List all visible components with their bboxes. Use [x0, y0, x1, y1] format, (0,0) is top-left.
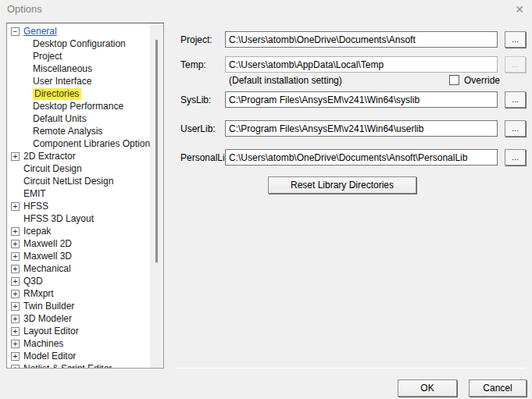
tree-scrollbar-track[interactable] — [150, 23, 163, 368]
tree-item-label: Mechanical — [23, 263, 71, 274]
syslib-label: SysLib: — [180, 94, 211, 105]
tree-item-q3d[interactable]: +Q3D — [7, 275, 163, 287]
tree-item-label: Maxwell 3D — [23, 251, 72, 262]
tree-item-icepak[interactable]: +Icepak — [7, 225, 163, 237]
tree-item-label: User Interface — [33, 76, 91, 87]
expand-icon[interactable]: + — [11, 315, 20, 323]
tree-item-miscellaneous[interactable]: Miscellaneous — [7, 62, 163, 75]
tree-item-label: 2D Extractor — [23, 151, 76, 162]
tree-item-2d-extractor[interactable]: +2D Extractor — [7, 150, 163, 162]
tree-item-twin-builder[interactable]: +Twin Builder — [7, 300, 163, 312]
tree-item-label: Desktop Performance — [33, 101, 123, 112]
project-browse-button[interactable]: ... — [505, 31, 526, 48]
tree-item-label: General — [23, 26, 57, 37]
tree-item-label: Netlist & Script Editor — [23, 363, 112, 369]
expand-icon[interactable]: + — [11, 252, 20, 261]
tree-item-circuit-netlist-design[interactable]: Circuit NetList Design — [7, 175, 163, 187]
tree-item-label: Icepak — [23, 226, 51, 237]
override-label: Override — [464, 75, 500, 86]
tree-item-desktop-performance[interactable]: Desktop Performance — [7, 100, 163, 112]
tree-item-label: Circuit Design — [23, 163, 82, 174]
tree-item-label: RMxprt — [23, 288, 54, 299]
expand-icon[interactable]: + — [11, 302, 20, 311]
tree-item-circuit-design[interactable]: Circuit Design — [7, 162, 163, 175]
tree-item-hfss-3d-layout[interactable]: HFSS 3D Layout — [7, 212, 163, 225]
temp-default-note: (Default installation setting) — [229, 75, 342, 86]
syslib-browse-button[interactable]: ... — [505, 91, 526, 108]
tree-item-label: Twin Builder — [23, 301, 74, 312]
footer-separator — [177, 368, 526, 369]
tree-item-hfss[interactable]: +HFSS — [7, 200, 163, 212]
tree-item-label: Default Units — [33, 113, 87, 124]
expand-icon[interactable]: + — [11, 352, 20, 361]
tree-item-label: Directories — [33, 88, 81, 100]
tree-item-general[interactable]: −General — [7, 25, 163, 37]
expand-icon[interactable]: + — [11, 202, 20, 211]
expand-icon[interactable]: + — [11, 365, 20, 369]
tree-item-desktop-configuration[interactable]: Desktop Configuration — [7, 37, 163, 50]
collapse-icon[interactable]: − — [11, 27, 20, 36]
tree-item-3d-modeler[interactable]: +3D Modeler — [7, 312, 163, 325]
tree-rows: −GeneralDesktop ConfigurationProjectMisc… — [7, 25, 163, 369]
userlib-path-input[interactable] — [225, 120, 498, 137]
expand-icon[interactable]: + — [11, 277, 20, 286]
tree-item-model-editor[interactable]: +Model Editor — [7, 350, 163, 362]
project-label: Project: — [180, 34, 212, 45]
override-checkbox[interactable] — [449, 75, 459, 85]
temp-path-input — [225, 56, 498, 73]
userlib-browse-button[interactable]: ... — [505, 120, 526, 137]
tree-item-emit[interactable]: EMIT — [7, 187, 163, 200]
tree-item-mechanical[interactable]: +Mechanical — [7, 262, 163, 275]
cancel-button[interactable]: Cancel — [469, 379, 527, 397]
tree-item-label: Q3D — [23, 276, 43, 287]
tree-item-layout-editor[interactable]: +Layout Editor — [7, 325, 163, 337]
tree-item-label: Component Libraries Options — [33, 138, 155, 149]
options-category-tree: −GeneralDesktop ConfigurationProjectMisc… — [6, 23, 164, 369]
tree-item-default-units[interactable]: Default Units — [7, 112, 163, 125]
tree-item-label: 3D Modeler — [23, 313, 72, 324]
expand-icon[interactable]: + — [11, 290, 20, 298]
tree-item-maxwell-3d[interactable]: +Maxwell 3D — [7, 250, 163, 262]
tree-item-label: HFSS 3D Layout — [23, 213, 94, 224]
tree-item-maxwell-2d[interactable]: +Maxwell 2D — [7, 237, 163, 250]
tree-item-project[interactable]: Project — [7, 50, 163, 62]
tree-item-label: Maxwell 2D — [23, 238, 72, 249]
project-path-input[interactable] — [225, 31, 498, 48]
tree-item-label: HFSS — [23, 201, 48, 212]
tree-item-label: Project — [33, 51, 62, 62]
temp-label: Temp: — [180, 59, 206, 70]
expand-icon[interactable]: + — [11, 340, 20, 348]
tree-item-remote-analysis[interactable]: Remote Analysis — [7, 125, 163, 137]
tree-item-user-interface[interactable]: User Interface — [7, 75, 163, 87]
expand-icon[interactable]: + — [11, 227, 20, 236]
personallib-browse-button[interactable]: ... — [505, 149, 526, 166]
tree-item-machines[interactable]: +Machines — [7, 337, 163, 350]
tree-item-label: Layout Editor — [23, 326, 79, 337]
tree-item-component-libraries-options[interactable]: Component Libraries Options — [7, 137, 163, 150]
syslib-path-input[interactable] — [225, 91, 498, 108]
expand-icon[interactable]: + — [11, 265, 20, 273]
options-dialog: Options ✕ −GeneralDesktop ConfigurationP… — [0, 0, 532, 399]
tree-item-label: Desktop Configuration — [33, 38, 126, 49]
expand-icon[interactable]: + — [11, 240, 20, 248]
close-icon[interactable]: ✕ — [512, 2, 527, 16]
expand-icon[interactable]: + — [11, 152, 20, 161]
userlib-label: UserLib: — [180, 123, 216, 134]
tree-item-rmxprt[interactable]: +RMxprt — [7, 287, 163, 300]
expand-icon[interactable]: + — [11, 327, 20, 336]
tree-item-label: Model Editor — [23, 351, 76, 362]
tree-item-netlist-script-editor[interactable]: +Netlist & Script Editor — [7, 362, 163, 369]
temp-browse-button: ... — [505, 56, 526, 73]
tree-item-label: Remote Analysis — [33, 126, 102, 137]
tree-item-directories[interactable]: Directories — [7, 87, 163, 100]
ok-button[interactable]: OK — [398, 379, 457, 397]
tree-item-label: Circuit NetList Design — [23, 176, 113, 187]
personallib-path-input[interactable] — [225, 149, 498, 166]
tree-item-label: Machines — [23, 338, 63, 349]
dialog-title: Options — [7, 3, 42, 15]
tree-item-label: EMIT — [23, 188, 46, 199]
reset-library-directories-button[interactable]: Reset Library Directories — [268, 176, 416, 194]
tree-item-label: Miscellaneous — [33, 63, 92, 74]
tree-scrollbar-thumb[interactable] — [155, 40, 158, 262]
